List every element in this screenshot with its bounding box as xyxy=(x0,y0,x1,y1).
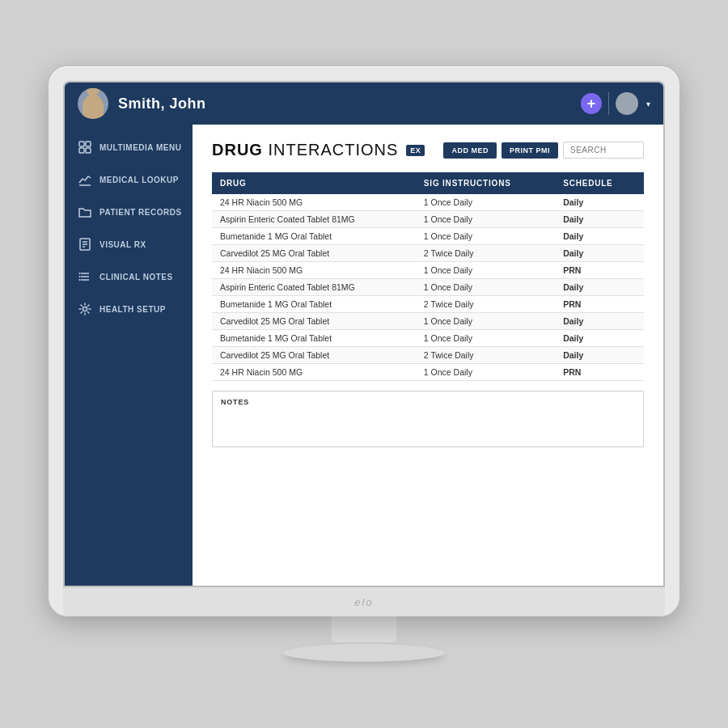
table-header-row: Drug SIG Instructions Schedule xyxy=(212,172,644,194)
chart-icon xyxy=(77,171,93,188)
table-row[interactable]: Aspirin Enteric Coated Tablet 81MG1 Once… xyxy=(212,211,644,228)
cell-schedule: Daily xyxy=(555,347,644,364)
document-icon xyxy=(77,236,93,252)
sidebar-label-multimedia: Multimedia Menu xyxy=(99,143,181,152)
sidebar: Multimedia Menu Medical Lookup xyxy=(65,125,193,586)
monitor-stand-neck xyxy=(332,616,396,642)
add-button[interactable]: + xyxy=(581,93,602,114)
cell-sig: 1 Once Daily xyxy=(416,364,555,381)
cell-schedule: Daily xyxy=(555,211,644,228)
sidebar-item-health-setup[interactable]: Health Setup xyxy=(65,293,193,325)
cell-sig: 1 Once Daily xyxy=(416,211,555,228)
sidebar-label-records: Patient Records xyxy=(99,208,182,217)
svg-rect-0 xyxy=(79,142,84,146)
monitor-shell: Smith, John + ▾ xyxy=(49,66,679,616)
table-row[interactable]: 24 HR Niacin 500 MG1 Once DailyPRN xyxy=(212,262,644,279)
cell-sig: 1 Once Daily xyxy=(416,194,555,211)
cell-schedule: PRN xyxy=(555,364,644,381)
table-row[interactable]: Bumetanide 1 MG Oral Tablet1 Once DailyD… xyxy=(212,330,644,347)
svg-point-13 xyxy=(79,276,81,277)
add-med-button[interactable]: ADD MED xyxy=(443,142,497,159)
col-schedule: Schedule xyxy=(555,172,644,194)
table-row[interactable]: Bumetanide 1 MG Oral Tablet2 Twice Daily… xyxy=(212,296,644,313)
header-divider xyxy=(608,92,609,115)
user-avatar[interactable] xyxy=(616,92,638,115)
app-body: Multimedia Menu Medical Lookup xyxy=(65,125,663,586)
notes-section: NOTES xyxy=(212,391,644,447)
cell-sig: 2 Twice Daily xyxy=(416,347,555,364)
svg-point-15 xyxy=(83,307,87,311)
cell-drug: 24 HR Niacin 500 MG xyxy=(212,364,416,381)
svg-rect-1 xyxy=(86,142,91,146)
monitor-bezel: elo xyxy=(63,587,665,616)
cell-drug: Carvedilot 25 MG Oral Tablet xyxy=(212,313,416,330)
col-sig: SIG Instructions xyxy=(416,172,555,194)
cell-drug: Bumetanide 1 MG Oral Tablet xyxy=(212,228,416,245)
cell-sig: 1 Once Daily xyxy=(416,330,555,347)
table-row[interactable]: Bumetanide 1 MG Oral Tablet1 Once DailyD… xyxy=(212,228,644,245)
sidebar-label-medical: Medical Lookup xyxy=(99,176,179,184)
svg-rect-3 xyxy=(86,148,91,153)
cell-sig: 2 Twice Daily xyxy=(416,245,555,262)
sidebar-label-clinical: Clinical Notes xyxy=(99,273,173,281)
cell-drug: Carvedilot 25 MG Oral Tablet xyxy=(212,245,416,262)
cell-sig: 1 Once Daily xyxy=(416,313,555,330)
print-pmi-button[interactable]: PRINT PMI xyxy=(502,142,558,159)
folder-icon xyxy=(77,204,93,220)
monitor-screen: Smith, John + ▾ xyxy=(63,81,665,587)
cell-schedule: Daily xyxy=(555,279,644,296)
svg-point-14 xyxy=(79,279,81,281)
table-row[interactable]: 24 HR Niacin 500 MG1 Once DailyDaily xyxy=(212,194,644,211)
chevron-down-icon: ▾ xyxy=(646,99,650,108)
cell-sig: 1 Once Daily xyxy=(416,279,555,296)
sidebar-item-medical-lookup[interactable]: Medical Lookup xyxy=(65,163,193,196)
table-row[interactable]: Carvedilot 25 MG Oral Tablet2 Twice Dail… xyxy=(212,347,644,364)
app-container: Smith, John + ▾ xyxy=(65,83,663,586)
notes-label: NOTES xyxy=(221,398,635,406)
page-header: DRUG INTERACTIONS EX ADD MED PRINT PMI xyxy=(212,141,644,159)
header-actions: + ▾ xyxy=(581,92,650,115)
cell-sig: 1 Once Daily xyxy=(416,228,555,245)
cell-schedule: Daily xyxy=(555,313,644,330)
patient-name: Smith, John xyxy=(118,95,581,112)
gear-icon xyxy=(77,301,93,317)
sidebar-item-clinical-notes[interactable]: Clinical Notes xyxy=(65,260,193,293)
monitor-stand-base xyxy=(283,644,445,662)
sidebar-item-visual-rx[interactable]: Visual RX xyxy=(65,228,193,260)
ex-badge: EX xyxy=(406,145,425,156)
sidebar-item-patient-records[interactable]: Patient Records xyxy=(65,196,193,228)
sidebar-label-health: Health Setup xyxy=(99,305,166,314)
cell-drug: Carvedilot 25 MG Oral Tablet xyxy=(212,347,416,364)
table-body: 24 HR Niacin 500 MG1 Once DailyDailyAspi… xyxy=(212,194,644,381)
cell-drug: 24 HR Niacin 500 MG xyxy=(212,194,416,211)
cell-sig: 2 Twice Daily xyxy=(416,296,555,313)
cell-drug: Aspirin Enteric Coated Tablet 81MG xyxy=(212,279,416,296)
cell-schedule: Daily xyxy=(555,194,644,211)
table-row[interactable]: Carvedilot 25 MG Oral Tablet2 Twice Dail… xyxy=(212,245,644,262)
table-row[interactable]: Aspirin Enteric Coated Tablet 81MG1 Once… xyxy=(212,279,644,296)
search-input[interactable] xyxy=(563,142,644,159)
col-drug: Drug xyxy=(212,172,416,194)
svg-rect-2 xyxy=(79,148,84,153)
table-row[interactable]: Carvedilot 25 MG Oral Tablet1 Once Daily… xyxy=(212,313,644,330)
main-content: DRUG INTERACTIONS EX ADD MED PRINT PMI xyxy=(193,125,663,586)
svg-point-12 xyxy=(79,273,81,274)
cell-schedule: Daily xyxy=(555,245,644,262)
grid-icon xyxy=(77,139,93,155)
app-header: Smith, John + ▾ xyxy=(65,83,663,125)
cell-drug: 24 HR Niacin 500 MG xyxy=(212,262,416,279)
cell-drug: Bumetanide 1 MG Oral Tablet xyxy=(212,330,416,347)
page-title: DRUG INTERACTIONS xyxy=(212,141,398,159)
sidebar-item-multimedia-menu[interactable]: Multimedia Menu xyxy=(65,131,193,163)
cell-drug: Bumetanide 1 MG Oral Tablet xyxy=(212,296,416,313)
page-action-buttons: ADD MED PRINT PMI xyxy=(443,142,644,159)
avatar xyxy=(78,88,108,119)
drug-table: Drug SIG Instructions Schedule 24 HR Nia… xyxy=(212,172,644,381)
cell-schedule: Daily xyxy=(555,228,644,245)
sidebar-label-visual-rx: Visual RX xyxy=(99,240,146,249)
table-row[interactable]: 24 HR Niacin 500 MG1 Once DailyPRN xyxy=(212,364,644,381)
cell-schedule: PRN xyxy=(555,262,644,279)
cell-schedule: PRN xyxy=(555,296,644,313)
cell-drug: Aspirin Enteric Coated Tablet 81MG xyxy=(212,211,416,228)
cell-sig: 1 Once Daily xyxy=(416,262,555,279)
